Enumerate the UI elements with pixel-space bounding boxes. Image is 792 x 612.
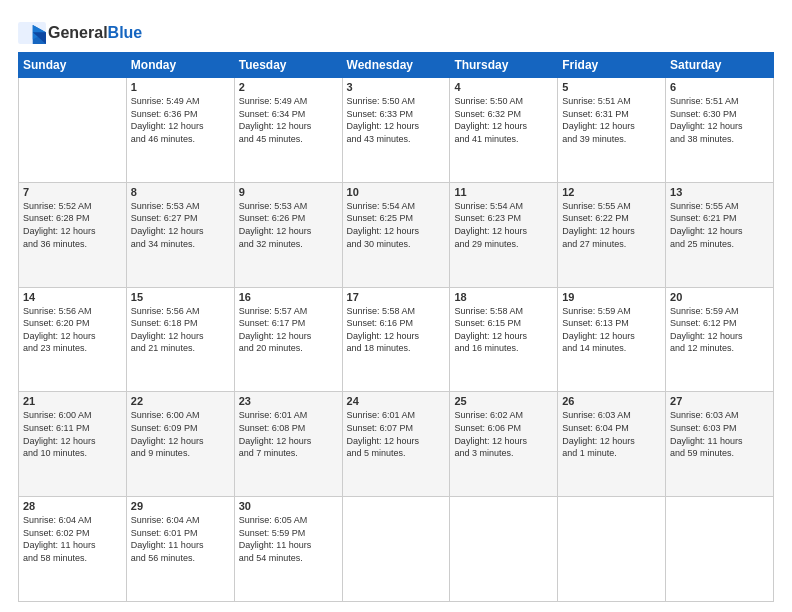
calendar-cell: 7Sunrise: 5:52 AM Sunset: 6:28 PM Daylig… bbox=[19, 182, 127, 287]
day-info: Sunrise: 6:03 AM Sunset: 6:04 PM Dayligh… bbox=[562, 409, 661, 459]
calendar-cell: 17Sunrise: 5:58 AM Sunset: 6:16 PM Dayli… bbox=[342, 287, 450, 392]
header: GeneralBlue bbox=[18, 18, 774, 44]
weekday-header-friday: Friday bbox=[558, 53, 666, 78]
day-number: 15 bbox=[131, 291, 230, 303]
calendar-week-1: 1Sunrise: 5:49 AM Sunset: 6:36 PM Daylig… bbox=[19, 78, 774, 183]
day-number: 11 bbox=[454, 186, 553, 198]
day-info: Sunrise: 5:51 AM Sunset: 6:31 PM Dayligh… bbox=[562, 95, 661, 145]
day-info: Sunrise: 6:03 AM Sunset: 6:03 PM Dayligh… bbox=[670, 409, 769, 459]
calendar-cell: 8Sunrise: 5:53 AM Sunset: 6:27 PM Daylig… bbox=[126, 182, 234, 287]
weekday-header-sunday: Sunday bbox=[19, 53, 127, 78]
day-info: Sunrise: 5:58 AM Sunset: 6:16 PM Dayligh… bbox=[347, 305, 446, 355]
weekday-header-thursday: Thursday bbox=[450, 53, 558, 78]
weekday-header-saturday: Saturday bbox=[666, 53, 774, 78]
day-info: Sunrise: 6:05 AM Sunset: 5:59 PM Dayligh… bbox=[239, 514, 338, 564]
day-number: 26 bbox=[562, 395, 661, 407]
day-number: 14 bbox=[23, 291, 122, 303]
day-number: 6 bbox=[670, 81, 769, 93]
day-number: 3 bbox=[347, 81, 446, 93]
calendar-cell: 12Sunrise: 5:55 AM Sunset: 6:22 PM Dayli… bbox=[558, 182, 666, 287]
day-info: Sunrise: 5:56 AM Sunset: 6:20 PM Dayligh… bbox=[23, 305, 122, 355]
calendar-week-5: 28Sunrise: 6:04 AM Sunset: 6:02 PM Dayli… bbox=[19, 497, 774, 602]
calendar-cell: 19Sunrise: 5:59 AM Sunset: 6:13 PM Dayli… bbox=[558, 287, 666, 392]
calendar-cell: 5Sunrise: 5:51 AM Sunset: 6:31 PM Daylig… bbox=[558, 78, 666, 183]
day-info: Sunrise: 5:54 AM Sunset: 6:23 PM Dayligh… bbox=[454, 200, 553, 250]
day-number: 7 bbox=[23, 186, 122, 198]
calendar-cell bbox=[666, 497, 774, 602]
logo: GeneralBlue bbox=[18, 22, 142, 44]
page: GeneralBlue SundayMondayTuesdayWednesday… bbox=[0, 0, 792, 612]
day-info: Sunrise: 5:55 AM Sunset: 6:21 PM Dayligh… bbox=[670, 200, 769, 250]
calendar-cell: 2Sunrise: 5:49 AM Sunset: 6:34 PM Daylig… bbox=[234, 78, 342, 183]
day-number: 24 bbox=[347, 395, 446, 407]
day-number: 8 bbox=[131, 186, 230, 198]
calendar-cell: 24Sunrise: 6:01 AM Sunset: 6:07 PM Dayli… bbox=[342, 392, 450, 497]
calendar-cell bbox=[342, 497, 450, 602]
calendar-cell: 28Sunrise: 6:04 AM Sunset: 6:02 PM Dayli… bbox=[19, 497, 127, 602]
calendar-cell bbox=[450, 497, 558, 602]
day-number: 28 bbox=[23, 500, 122, 512]
calendar-cell: 10Sunrise: 5:54 AM Sunset: 6:25 PM Dayli… bbox=[342, 182, 450, 287]
calendar-cell: 1Sunrise: 5:49 AM Sunset: 6:36 PM Daylig… bbox=[126, 78, 234, 183]
weekday-row: SundayMondayTuesdayWednesdayThursdayFrid… bbox=[19, 53, 774, 78]
day-info: Sunrise: 6:01 AM Sunset: 6:07 PM Dayligh… bbox=[347, 409, 446, 459]
calendar-week-2: 7Sunrise: 5:52 AM Sunset: 6:28 PM Daylig… bbox=[19, 182, 774, 287]
day-info: Sunrise: 5:55 AM Sunset: 6:22 PM Dayligh… bbox=[562, 200, 661, 250]
day-number: 29 bbox=[131, 500, 230, 512]
day-number: 12 bbox=[562, 186, 661, 198]
day-info: Sunrise: 5:49 AM Sunset: 6:34 PM Dayligh… bbox=[239, 95, 338, 145]
day-number: 18 bbox=[454, 291, 553, 303]
calendar-cell: 20Sunrise: 5:59 AM Sunset: 6:12 PM Dayli… bbox=[666, 287, 774, 392]
day-info: Sunrise: 5:54 AM Sunset: 6:25 PM Dayligh… bbox=[347, 200, 446, 250]
calendar-cell: 4Sunrise: 5:50 AM Sunset: 6:32 PM Daylig… bbox=[450, 78, 558, 183]
day-info: Sunrise: 5:57 AM Sunset: 6:17 PM Dayligh… bbox=[239, 305, 338, 355]
day-number: 5 bbox=[562, 81, 661, 93]
calendar-cell: 15Sunrise: 5:56 AM Sunset: 6:18 PM Dayli… bbox=[126, 287, 234, 392]
day-info: Sunrise: 6:00 AM Sunset: 6:11 PM Dayligh… bbox=[23, 409, 122, 459]
day-number: 23 bbox=[239, 395, 338, 407]
day-number: 25 bbox=[454, 395, 553, 407]
day-number: 22 bbox=[131, 395, 230, 407]
day-number: 30 bbox=[239, 500, 338, 512]
calendar-cell: 23Sunrise: 6:01 AM Sunset: 6:08 PM Dayli… bbox=[234, 392, 342, 497]
day-info: Sunrise: 5:50 AM Sunset: 6:33 PM Dayligh… bbox=[347, 95, 446, 145]
day-info: Sunrise: 6:04 AM Sunset: 6:02 PM Dayligh… bbox=[23, 514, 122, 564]
calendar-cell: 27Sunrise: 6:03 AM Sunset: 6:03 PM Dayli… bbox=[666, 392, 774, 497]
day-info: Sunrise: 6:04 AM Sunset: 6:01 PM Dayligh… bbox=[131, 514, 230, 564]
calendar-cell: 18Sunrise: 5:58 AM Sunset: 6:15 PM Dayli… bbox=[450, 287, 558, 392]
weekday-header-tuesday: Tuesday bbox=[234, 53, 342, 78]
day-info: Sunrise: 5:59 AM Sunset: 6:12 PM Dayligh… bbox=[670, 305, 769, 355]
day-info: Sunrise: 5:52 AM Sunset: 6:28 PM Dayligh… bbox=[23, 200, 122, 250]
calendar-cell: 11Sunrise: 5:54 AM Sunset: 6:23 PM Dayli… bbox=[450, 182, 558, 287]
calendar-cell: 22Sunrise: 6:00 AM Sunset: 6:09 PM Dayli… bbox=[126, 392, 234, 497]
day-info: Sunrise: 6:02 AM Sunset: 6:06 PM Dayligh… bbox=[454, 409, 553, 459]
logo-text: GeneralBlue bbox=[48, 24, 142, 42]
logo-icon bbox=[18, 22, 46, 44]
day-info: Sunrise: 5:53 AM Sunset: 6:26 PM Dayligh… bbox=[239, 200, 338, 250]
calendar-cell: 26Sunrise: 6:03 AM Sunset: 6:04 PM Dayli… bbox=[558, 392, 666, 497]
day-number: 2 bbox=[239, 81, 338, 93]
calendar-cell: 9Sunrise: 5:53 AM Sunset: 6:26 PM Daylig… bbox=[234, 182, 342, 287]
calendar-cell: 30Sunrise: 6:05 AM Sunset: 5:59 PM Dayli… bbox=[234, 497, 342, 602]
day-number: 4 bbox=[454, 81, 553, 93]
day-number: 10 bbox=[347, 186, 446, 198]
calendar-cell: 14Sunrise: 5:56 AM Sunset: 6:20 PM Dayli… bbox=[19, 287, 127, 392]
day-info: Sunrise: 5:53 AM Sunset: 6:27 PM Dayligh… bbox=[131, 200, 230, 250]
day-number: 1 bbox=[131, 81, 230, 93]
day-info: Sunrise: 5:58 AM Sunset: 6:15 PM Dayligh… bbox=[454, 305, 553, 355]
calendar-week-4: 21Sunrise: 6:00 AM Sunset: 6:11 PM Dayli… bbox=[19, 392, 774, 497]
day-number: 17 bbox=[347, 291, 446, 303]
calendar-cell: 21Sunrise: 6:00 AM Sunset: 6:11 PM Dayli… bbox=[19, 392, 127, 497]
day-number: 13 bbox=[670, 186, 769, 198]
calendar-cell: 3Sunrise: 5:50 AM Sunset: 6:33 PM Daylig… bbox=[342, 78, 450, 183]
calendar-cell: 6Sunrise: 5:51 AM Sunset: 6:30 PM Daylig… bbox=[666, 78, 774, 183]
calendar-cell: 25Sunrise: 6:02 AM Sunset: 6:06 PM Dayli… bbox=[450, 392, 558, 497]
day-info: Sunrise: 6:00 AM Sunset: 6:09 PM Dayligh… bbox=[131, 409, 230, 459]
day-number: 16 bbox=[239, 291, 338, 303]
calendar-cell bbox=[19, 78, 127, 183]
day-number: 20 bbox=[670, 291, 769, 303]
calendar-cell bbox=[558, 497, 666, 602]
weekday-header-monday: Monday bbox=[126, 53, 234, 78]
calendar-week-3: 14Sunrise: 5:56 AM Sunset: 6:20 PM Dayli… bbox=[19, 287, 774, 392]
day-number: 19 bbox=[562, 291, 661, 303]
